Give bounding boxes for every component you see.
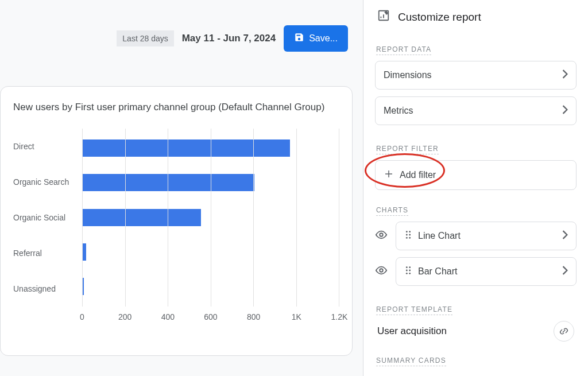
plus-icon xyxy=(384,169,394,181)
save-icon xyxy=(294,32,304,45)
svg-point-5 xyxy=(409,234,411,236)
metrics-row[interactable]: Metrics xyxy=(375,96,577,125)
section-report-template: REPORT TEMPLATE xyxy=(376,305,452,315)
visibility-icon[interactable] xyxy=(375,264,388,279)
visibility-icon[interactable] xyxy=(375,228,388,243)
chevron-right-icon xyxy=(562,69,568,81)
svg-point-6 xyxy=(406,237,408,239)
bar-chart-row[interactable]: Bar Chart xyxy=(396,257,577,286)
y-axis-label: Referral xyxy=(13,249,82,258)
add-filter-label: Add filter xyxy=(400,170,436,180)
chevron-right-icon xyxy=(562,230,568,242)
chart-card: New users by First user primary channel … xyxy=(0,86,353,356)
save-button[interactable]: Save... xyxy=(284,25,348,52)
section-summary-cards: SUMMARY CARDS xyxy=(376,356,446,366)
chart-bar xyxy=(82,278,84,295)
chart-bar xyxy=(82,209,201,226)
svg-point-11 xyxy=(406,270,408,272)
svg-point-4 xyxy=(406,234,408,236)
chevron-right-icon xyxy=(562,266,568,277)
drag-handle-icon[interactable] xyxy=(404,230,412,242)
chart-title: New users by First user primary channel … xyxy=(13,100,339,115)
svg-point-14 xyxy=(409,273,411,274)
y-axis-label: Organic Social xyxy=(13,213,82,222)
metrics-label: Metrics xyxy=(384,106,413,116)
chart-bar xyxy=(82,139,290,157)
bar-chart: DirectOrganic SearchOrganic SocialReferr… xyxy=(13,129,339,307)
customize-icon xyxy=(377,9,390,25)
unlink-button[interactable] xyxy=(554,321,574,342)
chevron-right-icon xyxy=(562,105,568,117)
add-filter-button[interactable]: Add filter xyxy=(375,160,577,190)
chart-bar xyxy=(82,243,86,261)
svg-point-12 xyxy=(409,270,411,272)
template-name: User acquisition xyxy=(377,325,447,337)
svg-point-10 xyxy=(409,266,411,268)
dimensions-row[interactable]: Dimensions xyxy=(375,61,577,90)
drag-handle-icon[interactable] xyxy=(404,266,412,277)
svg-point-13 xyxy=(406,273,408,274)
svg-point-9 xyxy=(406,266,408,268)
section-report-data: REPORT DATA xyxy=(376,45,431,55)
svg-point-2 xyxy=(406,231,408,232)
date-range[interactable]: May 11 - Jun 7, 2024 xyxy=(182,33,276,44)
svg-point-8 xyxy=(380,269,383,272)
svg-point-3 xyxy=(409,231,411,232)
section-charts: CHARTS xyxy=(376,206,408,216)
period-pill: Last 28 days xyxy=(117,30,173,46)
panel-title: Customize report xyxy=(398,11,481,24)
svg-point-1 xyxy=(380,233,383,237)
line-chart-row[interactable]: Line Chart xyxy=(396,222,577,250)
save-button-label: Save... xyxy=(309,33,338,44)
line-chart-label: Line Chart xyxy=(418,231,461,241)
y-axis-label: Organic Search xyxy=(13,177,82,187)
bar-chart-label: Bar Chart xyxy=(418,266,457,277)
chart-bar xyxy=(82,174,254,191)
section-report-filter: REPORT FILTER xyxy=(376,145,439,154)
dimensions-label: Dimensions xyxy=(384,70,432,80)
y-axis-label: Direct xyxy=(13,142,82,151)
svg-point-7 xyxy=(409,237,411,239)
y-axis-label: Unassigned xyxy=(13,284,82,293)
